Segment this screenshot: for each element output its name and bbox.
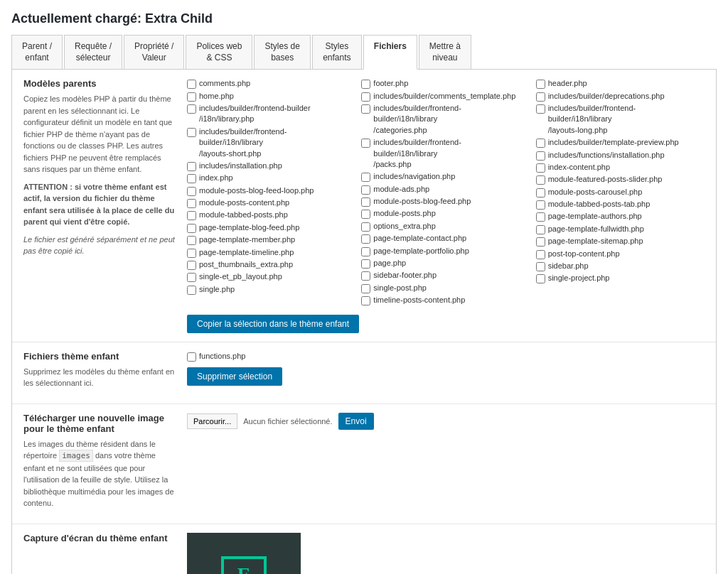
file-checkbox[interactable] (361, 234, 370, 244)
file-checkbox[interactable] (187, 92, 196, 102)
file-checkbox[interactable] (187, 261, 196, 270)
tab-fichiers[interactable]: Fichiers (363, 35, 417, 70)
file-checkbox[interactable] (361, 284, 370, 293)
file-item: includes/functions/installation.php (536, 150, 699, 161)
file-checkbox[interactable] (187, 199, 196, 208)
file-item: post-top-content.php (536, 249, 699, 259)
file-item: module-tabbed-posts.php (187, 210, 350, 220)
telecharger-title: Télécharger une nouvelle image pour le t… (23, 413, 176, 434)
file-checkbox[interactable] (361, 173, 370, 182)
file-checkbox[interactable] (361, 139, 370, 148)
functions-checkbox[interactable] (187, 352, 196, 362)
file-item: post_thumbnails_extra.php (187, 259, 350, 270)
file-checkbox[interactable] (187, 273, 196, 282)
file-checkbox[interactable] (536, 139, 545, 148)
fichiers-enfant-desc: Supprimez les modèles du thème enfant en… (23, 366, 176, 389)
file-item: page-template-sitemap.php (536, 236, 699, 247)
file-checkbox[interactable] (536, 237, 545, 247)
copy-selection-button[interactable]: Copier la sélection dans le thème enfant (187, 315, 359, 333)
file-checkbox[interactable] (187, 80, 196, 89)
file-checkbox[interactable] (536, 151, 545, 161)
file-checkbox[interactable] (361, 185, 370, 195)
file-item: includes/builder/frontend-builder/i18n/l… (536, 103, 699, 136)
file-item: home.php (187, 91, 350, 102)
tab-polices[interactable]: Polices web& CSS (186, 35, 252, 69)
file-item: sidebar-footer.php (361, 270, 524, 281)
browse-image-button[interactable]: Parcourir... (187, 413, 237, 429)
file-checkbox[interactable] (536, 225, 545, 234)
file-checkbox[interactable] (536, 92, 545, 102)
tab-styles-bases[interactable]: Styles debases (254, 35, 310, 69)
file-item: single.php (187, 284, 350, 295)
file-checkbox[interactable] (536, 163, 545, 173)
file-checkbox[interactable] (536, 212, 545, 222)
tabs-bar: Parent /enfant Requête /sélecteur Propri… (11, 35, 717, 70)
file-checkbox[interactable] (536, 175, 545, 185)
file-item: module-posts-blog-feed-loop.php (187, 185, 350, 196)
file-checkbox[interactable] (536, 188, 545, 197)
tab-mettre-a-niveau[interactable]: Mettre àniveau (419, 35, 471, 69)
section-fichiers-enfant: Fichiers thème enfant Supprimez les modè… (12, 342, 716, 404)
file-item-functions: functions.php (187, 351, 705, 362)
file-item: footer.php (361, 78, 524, 89)
modeles-parents-title: Modèles parents (23, 78, 176, 89)
file-col-2: footer.php includes/builder/comments_tem… (355, 78, 530, 307)
file-item: comments.php (187, 78, 350, 89)
file-item: includes/builder/frontend-builder/i18n/l… (361, 103, 524, 136)
file-checkbox[interactable] (187, 162, 196, 171)
file-checkbox[interactable] (361, 259, 370, 269)
file-item: page-template-member.php (187, 234, 350, 245)
file-checkbox[interactable] (361, 80, 370, 89)
file-checkbox[interactable] (187, 128, 196, 137)
no-file-image-label: Aucun fichier sélectionné. (243, 417, 332, 426)
file-checkbox[interactable] (187, 224, 196, 233)
file-checkbox[interactable] (187, 249, 196, 258)
file-item: index-content.php (536, 162, 699, 173)
screenshot-icon: E (219, 554, 269, 574)
file-checkbox[interactable] (361, 104, 370, 114)
file-checkbox[interactable] (536, 274, 545, 283)
file-checkbox[interactable] (187, 174, 196, 183)
file-grid: comments.php home.php includes/builder/f… (187, 78, 705, 307)
tab-propriete[interactable]: Propriété /Valeur (124, 35, 184, 69)
file-item: page-template-blog-feed.php (187, 222, 350, 233)
file-checkbox[interactable] (536, 200, 545, 210)
modeles-parents-desc: Copiez les modèles PHP à partir du thème… (23, 93, 176, 175)
file-item: page-template-timeline.php (187, 247, 350, 258)
telecharger-desc: Les images du thème résident dans le rép… (23, 438, 176, 509)
file-checkbox[interactable] (187, 187, 196, 196)
svg-text:E: E (237, 563, 251, 574)
file-checkbox[interactable] (187, 211, 196, 220)
tab-requete[interactable]: Requête /sélecteur (64, 35, 122, 69)
file-item: page.php (361, 258, 524, 269)
file-checkbox[interactable] (536, 250, 545, 259)
file-item: index.php (187, 173, 350, 183)
file-checkbox[interactable] (536, 80, 545, 89)
send-image-button[interactable]: Envoi (338, 413, 374, 430)
file-item: page-template-contact.php (361, 233, 524, 244)
file-checkbox[interactable] (361, 92, 370, 102)
file-item: options_extra.php (361, 221, 524, 232)
content-area: Modèles parents Copiez les modèles PHP à… (11, 70, 717, 574)
file-checkbox[interactable] (361, 210, 370, 219)
file-col-3: header.php includes/builder/deprecations… (530, 78, 705, 307)
file-checkbox[interactable] (187, 236, 196, 245)
file-checkbox[interactable] (361, 197, 370, 207)
file-checkbox[interactable] (361, 247, 370, 256)
file-item: single-post.php (361, 283, 524, 293)
file-col-1: comments.php home.php includes/builder/f… (187, 78, 355, 307)
file-item: module-posts-blog-feed.php (361, 196, 524, 207)
file-checkbox[interactable] (536, 104, 545, 114)
file-checkbox[interactable] (361, 271, 370, 281)
file-item: includes/builder/frontend-builder/i18n/l… (187, 126, 350, 159)
file-checkbox[interactable] (536, 262, 545, 271)
delete-selection-button[interactable]: Supprimer sélection (187, 367, 282, 386)
tab-styles-enfants[interactable]: Stylesenfants (312, 35, 362, 69)
file-checkbox[interactable] (361, 222, 370, 232)
screenshot-preview: E (187, 533, 301, 574)
file-checkbox[interactable] (361, 296, 370, 305)
tab-parent-enfant[interactable]: Parent /enfant (11, 35, 63, 69)
file-checkbox[interactable] (187, 286, 196, 295)
file-item: includes/installation.php (187, 161, 350, 171)
file-checkbox[interactable] (187, 104, 196, 114)
